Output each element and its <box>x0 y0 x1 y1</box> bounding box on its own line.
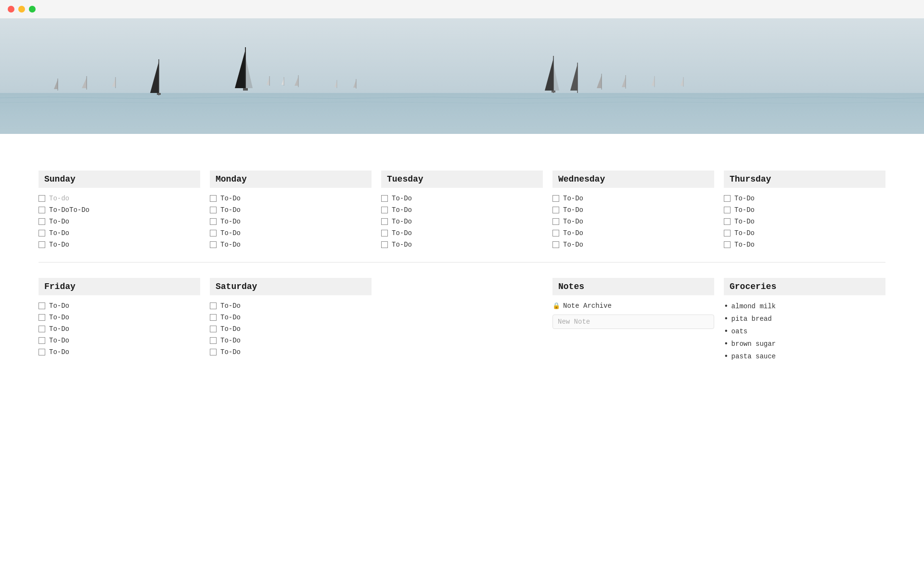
todo-item[interactable]: To-Do <box>381 227 543 239</box>
checkbox[interactable] <box>38 349 45 355</box>
day-section-sunday: SundayTo-doTo-DoTo-DoTo-DoTo-DoTo-Do <box>38 171 200 250</box>
todo-item[interactable]: To-Do <box>38 323 200 335</box>
checkbox[interactable] <box>38 314 45 321</box>
todo-item[interactable]: To-Do <box>38 239 200 250</box>
todo-label: To-Do <box>563 218 583 225</box>
checkbox[interactable] <box>381 207 388 213</box>
todo-label: To-Do <box>220 195 241 202</box>
day-section-tuesday: TuesdayTo-DoTo-DoTo-DoTo-DoTo-Do <box>381 171 543 250</box>
todo-item[interactable]: To-Do <box>210 193 372 204</box>
todo-item[interactable]: To-Do <box>381 239 543 250</box>
checkbox[interactable] <box>724 241 731 248</box>
todo-label: To-Do <box>220 241 241 249</box>
todo-item[interactable]: To-Do <box>210 300 372 312</box>
checkbox[interactable] <box>210 218 217 225</box>
todo-label: To-Do <box>563 195 583 202</box>
todo-item[interactable]: To-Do <box>381 216 543 227</box>
todo-item[interactable]: To-Do <box>38 216 200 227</box>
todo-label: To-Do <box>734 241 755 249</box>
todo-item[interactable]: To-Do <box>38 312 200 323</box>
checkbox[interactable] <box>210 314 217 321</box>
checkbox[interactable] <box>38 302 45 309</box>
note-archive-label: Note Archive <box>563 302 612 310</box>
todo-item[interactable]: To-Do <box>210 346 372 358</box>
todo-item[interactable]: To-Do <box>381 193 543 204</box>
week-grid-top: SundayTo-doTo-DoTo-DoTo-DoTo-DoTo-DoMond… <box>38 171 886 250</box>
checkbox[interactable] <box>38 241 45 248</box>
todo-item[interactable]: To-Do <box>724 216 886 227</box>
checkbox[interactable] <box>381 241 388 248</box>
checkbox[interactable] <box>38 230 45 236</box>
checkbox[interactable] <box>38 326 45 332</box>
checkbox[interactable] <box>210 349 217 355</box>
groceries-header: Groceries <box>724 278 886 295</box>
checkbox[interactable] <box>552 241 559 248</box>
checkbox[interactable] <box>38 218 45 225</box>
todo-label: To-Do <box>220 302 241 310</box>
todo-item[interactable]: To-Do <box>724 227 886 239</box>
todo-item[interactable]: To-Do <box>210 204 372 216</box>
checkbox[interactable] <box>38 195 45 202</box>
note-archive-item[interactable]: 🔒Note Archive <box>552 300 714 312</box>
grocery-label: pasta sauce <box>732 353 776 360</box>
checkbox[interactable] <box>552 195 559 202</box>
todo-item[interactable]: To-Do <box>552 193 714 204</box>
todo-item[interactable]: To-Do <box>724 204 886 216</box>
todo-label: To-Do <box>220 348 241 356</box>
checkbox[interactable] <box>210 207 217 213</box>
todo-label: To-Do <box>220 325 241 333</box>
grocery-label: pita bread <box>732 315 772 323</box>
todo-item[interactable]: To-do <box>38 193 200 204</box>
todo-item[interactable]: To-Do <box>38 300 200 312</box>
notes-section: Notes🔒Note ArchiveNew Note <box>552 278 714 363</box>
checkbox[interactable] <box>210 230 217 236</box>
checkbox[interactable] <box>552 207 559 213</box>
todo-item[interactable]: To-Do <box>210 312 372 323</box>
todo-item[interactable]: To-Do <box>210 227 372 239</box>
checkbox[interactable] <box>210 195 217 202</box>
close-button[interactable] <box>8 6 14 13</box>
checkbox[interactable] <box>210 302 217 309</box>
todo-item[interactable]: To-Do <box>724 239 886 250</box>
fullscreen-button[interactable] <box>29 6 36 13</box>
todo-label: To-Do <box>49 348 69 356</box>
section-divider <box>38 262 886 263</box>
checkbox[interactable] <box>552 218 559 225</box>
todo-item[interactable]: To-Do <box>210 216 372 227</box>
checkbox[interactable] <box>552 230 559 236</box>
todo-label: To-Do <box>563 229 583 237</box>
todo-item[interactable]: To-Do <box>552 216 714 227</box>
checkbox[interactable] <box>38 337 45 344</box>
checkbox[interactable] <box>381 195 388 202</box>
todo-item[interactable]: To-DoTo-Do <box>38 204 200 216</box>
checkbox[interactable] <box>210 337 217 344</box>
todo-item[interactable]: To-Do <box>381 204 543 216</box>
todo-item[interactable]: To-Do <box>210 239 372 250</box>
checkbox[interactable] <box>724 195 731 202</box>
todo-label: To-do <box>49 195 69 202</box>
todo-item[interactable]: To-Do <box>38 227 200 239</box>
todo-item[interactable]: To-Do <box>210 323 372 335</box>
checkbox[interactable] <box>381 218 388 225</box>
todo-label: To-Do <box>392 206 412 214</box>
todo-item[interactable]: To-Do <box>552 204 714 216</box>
todo-label: To-Do <box>49 218 69 225</box>
todo-item[interactable]: To-Do <box>38 346 200 358</box>
new-note-input[interactable]: New Note <box>552 315 714 329</box>
todo-item[interactable]: To-Do <box>724 193 886 204</box>
checkbox[interactable] <box>210 241 217 248</box>
bullet-icon: • <box>724 327 729 336</box>
checkbox[interactable] <box>381 230 388 236</box>
checkbox[interactable] <box>724 207 731 213</box>
todo-item[interactable]: To-Do <box>210 335 372 346</box>
checkbox[interactable] <box>724 218 731 225</box>
todo-label: To-Do <box>734 229 755 237</box>
todo-item[interactable]: To-Do <box>38 335 200 346</box>
todo-label: To-Do <box>49 325 69 333</box>
todo-item[interactable]: To-Do <box>552 239 714 250</box>
checkbox[interactable] <box>724 230 731 236</box>
minimize-button[interactable] <box>18 6 25 13</box>
checkbox[interactable] <box>210 326 217 332</box>
checkbox[interactable] <box>38 207 45 213</box>
todo-item[interactable]: To-Do <box>552 227 714 239</box>
